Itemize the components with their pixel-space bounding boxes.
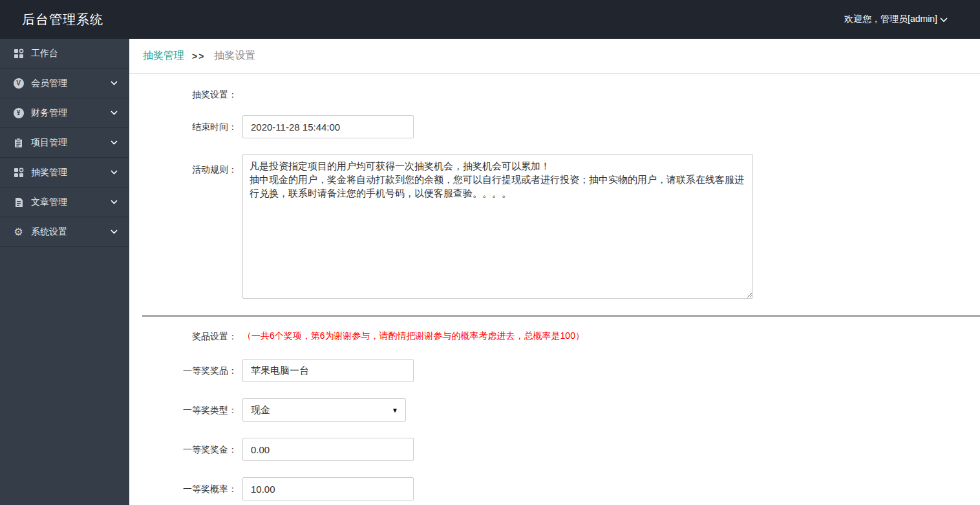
end-time-input[interactable] [242, 115, 414, 138]
sidebar-item-label: 文章管理 [31, 197, 67, 208]
chevron-down-icon [111, 140, 118, 145]
first-prize-amount-input[interactable] [242, 438, 414, 461]
member-circle-icon: V [13, 78, 24, 89]
sidebar-item-label: 项目管理 [31, 137, 67, 149]
prize-settings-note: （一共6个奖项，第6为谢谢参与，请酌情把谢谢参与的概率考虑进去，总概率是100） [237, 330, 584, 342]
welcome-text: 欢迎您，管理员[admin] [844, 14, 937, 25]
sidebar-item-articles[interactable]: 文章管理 [0, 188, 129, 217]
first-prize-type-select[interactable]: 现金 ▼ [242, 398, 406, 422]
activity-rules-label: 活动规则： [129, 154, 237, 176]
first-prize-amount-label: 一等奖奖金： [129, 443, 237, 456]
app-title-text: 后台管理系统 [22, 12, 103, 27]
breadcrumb-parent-link[interactable]: 抽奖管理 [143, 49, 184, 63]
finance-circle-icon: ¥ [13, 107, 24, 118]
sidebar-item-members[interactable]: V 会员管理 [0, 69, 129, 98]
sidebar-item-workbench[interactable]: 工作台 [0, 39, 129, 69]
chevron-down-icon [111, 170, 118, 175]
lottery-settings-form: 抽奖设置： 结束时间： 活动规则： 奖品设置： （一共6个奖项，第6为谢谢参与，… [129, 74, 980, 500]
chevron-down-icon [111, 200, 118, 204]
first-prize-type-label: 一等奖类型： [129, 403, 237, 416]
breadcrumb-separator: >> [192, 51, 205, 61]
sidebar-item-label: 会员管理 [31, 78, 67, 89]
sidebar-item-label: 财务管理 [31, 107, 67, 119]
sidebar-item-label: 系统设置 [31, 226, 67, 238]
section-divider [142, 315, 980, 317]
select-dropdown-arrow-icon: ▼ [392, 407, 398, 414]
top-header: 后台管理系统 欢迎您，管理员[admin] [0, 0, 980, 39]
chevron-down-icon [111, 81, 118, 85]
sidebar-item-settings[interactable]: ⚙ 系统设置 [0, 217, 129, 247]
first-prize-item-label: 一等奖奖品： [129, 364, 237, 377]
prize-settings-label: 奖品设置： [129, 330, 237, 343]
article-document-icon [13, 197, 24, 208]
sidebar-item-label: 抽奖管理 [31, 167, 67, 178]
first-prize-probability-label: 一等奖概率： [129, 482, 237, 495]
app-title: 后台管理系统 [22, 11, 103, 28]
first-prize-type-value: 现金 [251, 404, 270, 416]
sidebar-item-label: 工作台 [31, 48, 58, 59]
sidebar-item-projects[interactable]: 项目管理 [0, 128, 129, 158]
chevron-down-icon [940, 16, 948, 23]
user-menu[interactable]: 欢迎您，管理员[admin] [844, 14, 948, 25]
dashboard-grid-icon [13, 48, 24, 59]
breadcrumb-current: 抽奖设置 [214, 49, 255, 63]
sidebar-nav: 工作台 V 会员管理 ¥ 财务管理 项目管理 [0, 39, 129, 505]
end-time-label: 结束时间： [129, 120, 237, 133]
main-content: 抽奖管理 >> 抽奖设置 抽奖设置： 结束时间： 活动规则： 奖品设置： （一共… [129, 39, 980, 505]
activity-rules-textarea[interactable] [242, 154, 753, 299]
project-clipboard-icon [13, 137, 24, 148]
settings-gear-icon: ⚙ [13, 226, 24, 237]
first-prize-probability-input[interactable] [242, 477, 414, 500]
section-title-lottery-settings: 抽奖设置： [129, 88, 237, 101]
lottery-grid-icon [13, 167, 24, 178]
breadcrumb: 抽奖管理 >> 抽奖设置 [129, 39, 980, 74]
sidebar-item-finance[interactable]: ¥ 财务管理 [0, 98, 129, 128]
first-prize-item-input[interactable] [242, 359, 414, 382]
sidebar-item-lottery[interactable]: 抽奖管理 [0, 158, 129, 188]
chevron-down-icon [111, 230, 118, 234]
chevron-down-icon [111, 111, 118, 115]
